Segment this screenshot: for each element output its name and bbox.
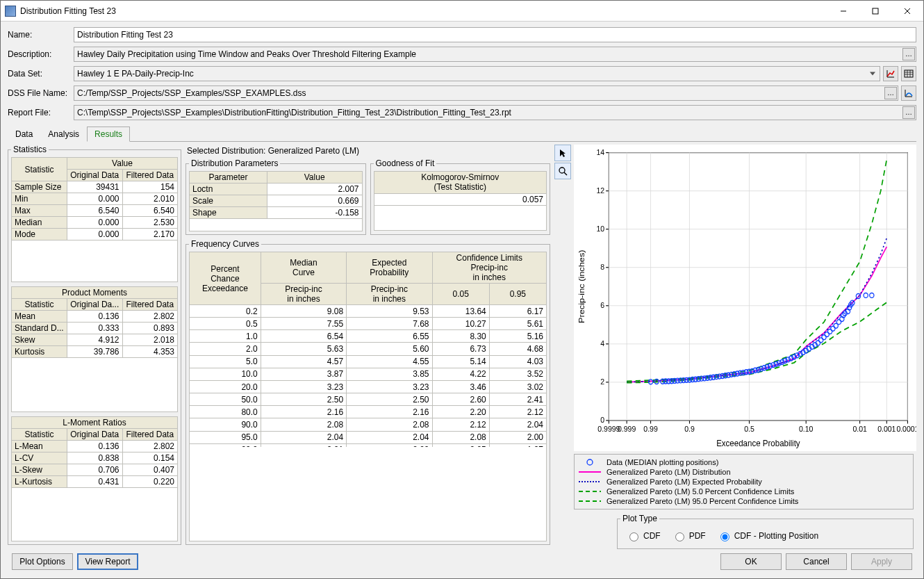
window-title: Distribution Fitting Test 23 — [20, 6, 827, 16]
results-pane: Statistics StatisticValue Original DataF… — [8, 142, 916, 549]
dist-params-fieldset: Distribution Parameters ParameterValue L… — [185, 158, 366, 235]
chart-legend: Data (MEDIAN plotting positions) General… — [574, 454, 914, 509]
freq-table: PercentChanceExceedance MedianCurve Expe… — [189, 252, 547, 447]
report-field[interactable]: C:\Temp\SSP_Projects\SSP_Examples\Distri… — [74, 105, 916, 120]
svg-point-129 — [587, 459, 593, 465]
footer-bar: Plot Options View Report OK Cancel Apply — [8, 549, 916, 574]
svg-text:2: 2 — [600, 377, 604, 386]
radio-cdf[interactable]: CDF — [626, 530, 661, 541]
svg-text:6: 6 — [600, 301, 604, 310]
chart-tools — [554, 145, 572, 451]
svg-text:0.9: 0.9 — [684, 425, 695, 434]
legend-cl95: Generalized Pareto (LM) 95.0 Percent Con… — [577, 496, 910, 506]
freq-curves-fieldset: Frequency Curves PercentChanceExceedance… — [185, 239, 550, 545]
tab-results[interactable]: Results — [87, 127, 130, 142]
body-area: Name: Description: Hawley Daily Precipit… — [1, 22, 923, 578]
apply-button[interactable]: Apply — [851, 553, 912, 570]
dataset-table-icon[interactable] — [901, 66, 916, 81]
product-moments-table: Product Moments StatisticOriginal Da...F… — [11, 286, 178, 358]
pointer-tool-icon[interactable] — [554, 145, 571, 161]
svg-rect-1 — [905, 70, 913, 77]
chart-area: 024681012140.99990.9990.990.90.50.100.01… — [554, 145, 916, 451]
lmoment-block: L-Moment Ratios StatisticOriginal DataFi… — [11, 416, 178, 541]
svg-text:Precip-inc (inches): Precip-inc (inches) — [577, 250, 586, 323]
plot-type-fieldset: Plot Type CDF PDF CDF - Plotting Positio… — [617, 514, 914, 549]
svg-text:0.0001: 0.0001 — [896, 425, 916, 434]
maximize-button[interactable] — [859, 1, 891, 21]
gof-fieldset: Goodness of Fit Kolmogorov-Smirnov(Test … — [370, 158, 551, 235]
legend-data: Data (MEDIAN plotting positions) — [577, 457, 910, 467]
middle-column: Selected Distribution: Generalized Paret… — [185, 145, 550, 549]
tab-data[interactable]: Data — [8, 127, 40, 142]
tab-analysis[interactable]: Analysis — [40, 127, 87, 142]
gof-table: Kolmogorov-Smirnov(Test Statistic) — [374, 171, 547, 194]
svg-text:0.99: 0.99 — [643, 425, 657, 434]
legend-exp: Generalized Pareto (LM) Expected Probabi… — [577, 477, 910, 487]
svg-text:0.999: 0.999 — [618, 425, 636, 434]
svg-text:0.001: 0.001 — [877, 425, 896, 434]
title-bar: Distribution Fitting Test 23 — [1, 1, 923, 22]
svg-text:0.01: 0.01 — [852, 425, 866, 434]
dss-ellipsis-button[interactable]: … — [884, 87, 897, 99]
description-field[interactable]: Hawley Daily Precipitation using Time Wi… — [74, 47, 916, 62]
svg-text:0.9999: 0.9999 — [597, 425, 620, 434]
chart-column: 024681012140.99990.9990.990.90.50.100.01… — [554, 145, 916, 549]
basic-stats-table: StatisticValue Original DataFiltered Dat… — [11, 157, 178, 240]
dss-plot-icon[interactable] — [901, 85, 916, 101]
dataset-select[interactable]: Hawley 1 E PA-Daily-Precip-Inc — [74, 66, 880, 81]
minimize-button[interactable] — [827, 1, 859, 21]
main-window: Distribution Fitting Test 23 Name: Descr… — [0, 0, 924, 579]
plot-options-button[interactable]: Plot Options — [12, 553, 73, 570]
dss-field[interactable]: C:/Temp/SSP_Projects/SSP_Examples/SSP_EX… — [74, 85, 898, 101]
close-button[interactable] — [891, 1, 923, 21]
svg-text:Exceedance Probability: Exceedance Probability — [716, 438, 800, 448]
ok-button[interactable]: OK — [720, 553, 782, 570]
statistics-fieldset: Statistics StatisticValue Original DataF… — [8, 145, 181, 545]
dataset-label: Data Set: — [8, 69, 74, 79]
name-field[interactable] — [74, 27, 916, 42]
statistics-legend: Statistics — [11, 145, 49, 154]
svg-text:8: 8 — [600, 263, 604, 272]
zoom-tool-icon[interactable] — [554, 163, 571, 179]
legend-dist: Generalized Pareto (LM) Distribution — [577, 467, 910, 477]
svg-text:14: 14 — [596, 148, 604, 157]
selected-distribution-label: Selected Distribution: Generalized Paret… — [185, 145, 550, 158]
lmoment-table: L-Moment Ratios StatisticOriginal DataFi… — [11, 416, 178, 488]
window-buttons — [827, 1, 923, 21]
svg-text:0.5: 0.5 — [744, 425, 754, 434]
svg-rect-0 — [873, 8, 878, 14]
app-icon — [5, 6, 16, 17]
dss-label: DSS File Name: — [8, 88, 74, 98]
view-report-button[interactable]: View Report — [77, 553, 138, 570]
legend-cl5: Generalized Pareto (LM) 5.0 Percent Conf… — [577, 487, 910, 496]
svg-text:4: 4 — [600, 339, 604, 348]
product-moments-block: Product Moments StatisticOriginal Da...F… — [11, 286, 178, 411]
radio-cdf-pp[interactable]: CDF - Plotting Position — [717, 530, 818, 541]
exceedance-chart[interactable]: 024681012140.99990.9990.990.90.50.100.01… — [574, 145, 916, 451]
description-label: Description: — [8, 49, 74, 59]
svg-text:10: 10 — [596, 225, 604, 234]
dataset-plot-icon[interactable] — [883, 66, 898, 81]
svg-text:0: 0 — [600, 416, 604, 425]
svg-point-2 — [559, 168, 565, 173]
name-label: Name: — [8, 30, 74, 40]
radio-pdf[interactable]: PDF — [672, 530, 706, 541]
svg-text:0.10: 0.10 — [799, 425, 813, 434]
header-form: Name: Description: Hawley Daily Precipit… — [8, 27, 916, 120]
tabs: Data Analysis Results — [8, 126, 916, 142]
gof-value: 0.057 — [374, 193, 547, 206]
dist-params-table: ParameterValue Loctn2.007Scale0.669Shape… — [189, 171, 363, 219]
report-ellipsis-button[interactable]: … — [902, 106, 915, 119]
report-label: Report File: — [8, 108, 74, 117]
cancel-button[interactable]: Cancel — [786, 553, 847, 570]
description-ellipsis-button[interactable]: … — [902, 48, 915, 60]
basic-stats-block: StatisticValue Original DataFiltered Dat… — [11, 157, 178, 282]
svg-text:12: 12 — [596, 186, 604, 195]
